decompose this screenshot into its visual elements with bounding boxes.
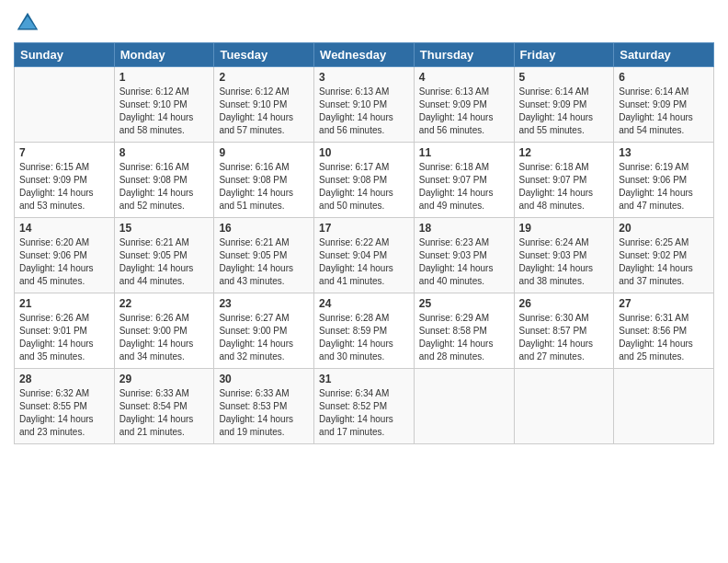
- calendar-cell: 22Sunrise: 6:26 AM Sunset: 9:00 PM Dayli…: [114, 293, 214, 369]
- day-info: Sunrise: 6:12 AM Sunset: 9:10 PM Dayligh…: [119, 86, 210, 137]
- day-number: 10: [319, 146, 409, 159]
- calendar-cell: 5Sunrise: 6:14 AM Sunset: 9:09 PM Daylig…: [514, 67, 614, 143]
- day-info: Sunrise: 6:28 AM Sunset: 8:59 PM Dayligh…: [319, 312, 409, 363]
- day-info: Sunrise: 6:18 AM Sunset: 9:07 PM Dayligh…: [419, 161, 509, 213]
- calendar-cell: 16Sunrise: 6:21 AM Sunset: 9:05 PM Dayli…: [214, 218, 314, 293]
- calendar-cell: 31Sunrise: 6:34 AM Sunset: 8:52 PM Dayli…: [314, 369, 415, 444]
- calendar-cell: 13Sunrise: 6:19 AM Sunset: 9:06 PM Dayli…: [614, 143, 714, 218]
- calendar-cell: 8Sunrise: 6:16 AM Sunset: 9:08 PM Daylig…: [114, 143, 214, 218]
- day-info: Sunrise: 6:14 AM Sunset: 9:09 PM Dayligh…: [619, 86, 709, 137]
- calendar-cell: 29Sunrise: 6:33 AM Sunset: 8:54 PM Dayli…: [114, 369, 214, 444]
- day-info: Sunrise: 6:16 AM Sunset: 9:08 PM Dayligh…: [219, 161, 309, 213]
- calendar-cell: 9Sunrise: 6:16 AM Sunset: 9:08 PM Daylig…: [214, 143, 314, 218]
- calendar-cell: [614, 369, 714, 444]
- calendar-body: 1Sunrise: 6:12 AM Sunset: 9:10 PM Daylig…: [15, 67, 714, 444]
- day-number: 15: [119, 222, 210, 235]
- day-header-saturday: Saturday: [614, 43, 714, 67]
- day-info: Sunrise: 6:33 AM Sunset: 8:53 PM Dayligh…: [219, 387, 309, 439]
- calendar-cell: 10Sunrise: 6:17 AM Sunset: 9:08 PM Dayli…: [314, 143, 415, 218]
- calendar-cell: 24Sunrise: 6:28 AM Sunset: 8:59 PM Dayli…: [314, 293, 415, 369]
- calendar-cell: 4Sunrise: 6:13 AM Sunset: 9:09 PM Daylig…: [414, 67, 514, 143]
- calendar-cell: 2Sunrise: 6:12 AM Sunset: 9:10 PM Daylig…: [214, 67, 314, 143]
- week-row-2: 7Sunrise: 6:15 AM Sunset: 9:09 PM Daylig…: [15, 143, 714, 218]
- calendar-cell: [414, 369, 514, 444]
- day-info: Sunrise: 6:14 AM Sunset: 9:09 PM Dayligh…: [519, 86, 609, 137]
- header-row: SundayMondayTuesdayWednesdayThursdayFrid…: [15, 43, 714, 67]
- day-number: 23: [219, 297, 309, 310]
- day-info: Sunrise: 6:34 AM Sunset: 8:52 PM Dayligh…: [319, 387, 409, 439]
- day-number: 31: [319, 373, 409, 385]
- calendar-cell: 30Sunrise: 6:33 AM Sunset: 8:53 PM Dayli…: [214, 369, 314, 444]
- day-info: Sunrise: 6:13 AM Sunset: 9:09 PM Dayligh…: [419, 86, 509, 137]
- day-info: Sunrise: 6:33 AM Sunset: 8:54 PM Dayligh…: [119, 387, 210, 439]
- day-number: 8: [119, 146, 210, 159]
- calendar-cell: 20Sunrise: 6:25 AM Sunset: 9:02 PM Dayli…: [614, 218, 714, 293]
- day-number: 28: [19, 373, 109, 385]
- calendar-cell: 28Sunrise: 6:32 AM Sunset: 8:55 PM Dayli…: [15, 369, 115, 444]
- main-container: SundayMondayTuesdayWednesdayThursdayFrid…: [0, 0, 728, 454]
- day-number: 18: [419, 222, 509, 235]
- day-info: Sunrise: 6:32 AM Sunset: 8:55 PM Dayligh…: [19, 387, 109, 439]
- day-info: Sunrise: 6:18 AM Sunset: 9:07 PM Dayligh…: [519, 161, 609, 213]
- calendar-cell: 18Sunrise: 6:23 AM Sunset: 9:03 PM Dayli…: [414, 218, 514, 293]
- day-info: Sunrise: 6:21 AM Sunset: 9:05 PM Dayligh…: [219, 236, 309, 288]
- calendar-cell: 14Sunrise: 6:20 AM Sunset: 9:06 PM Dayli…: [15, 218, 115, 293]
- day-number: 3: [319, 71, 409, 84]
- calendar-cell: 23Sunrise: 6:27 AM Sunset: 9:00 PM Dayli…: [214, 293, 314, 369]
- calendar-cell: 7Sunrise: 6:15 AM Sunset: 9:09 PM Daylig…: [15, 143, 115, 218]
- day-info: Sunrise: 6:23 AM Sunset: 9:03 PM Dayligh…: [419, 236, 509, 288]
- calendar-cell: 26Sunrise: 6:30 AM Sunset: 8:57 PM Dayli…: [514, 293, 614, 369]
- day-number: 9: [219, 146, 309, 159]
- calendar-cell: [514, 369, 614, 444]
- day-number: 25: [419, 297, 509, 310]
- day-number: 7: [19, 146, 109, 159]
- day-number: 19: [519, 222, 609, 235]
- day-number: 17: [319, 222, 409, 235]
- day-number: 29: [119, 373, 210, 385]
- day-info: Sunrise: 6:17 AM Sunset: 9:08 PM Dayligh…: [319, 161, 409, 213]
- calendar-cell: 1Sunrise: 6:12 AM Sunset: 9:10 PM Daylig…: [114, 67, 214, 143]
- day-number: 4: [419, 71, 509, 84]
- day-header-sunday: Sunday: [15, 43, 115, 67]
- logo: [14, 9, 45, 37]
- calendar-cell: 27Sunrise: 6:31 AM Sunset: 8:56 PM Dayli…: [614, 293, 714, 369]
- calendar-cell: 11Sunrise: 6:18 AM Sunset: 9:07 PM Dayli…: [414, 143, 514, 218]
- day-number: 2: [219, 71, 309, 84]
- day-info: Sunrise: 6:25 AM Sunset: 9:02 PM Dayligh…: [619, 236, 709, 288]
- day-info: Sunrise: 6:21 AM Sunset: 9:05 PM Dayligh…: [119, 236, 210, 288]
- day-number: 14: [19, 222, 109, 235]
- calendar-cell: 17Sunrise: 6:22 AM Sunset: 9:04 PM Dayli…: [314, 218, 415, 293]
- day-info: Sunrise: 6:26 AM Sunset: 9:01 PM Dayligh…: [19, 312, 109, 363]
- week-row-3: 14Sunrise: 6:20 AM Sunset: 9:06 PM Dayli…: [15, 218, 714, 293]
- calendar-cell: 6Sunrise: 6:14 AM Sunset: 9:09 PM Daylig…: [614, 67, 714, 143]
- calendar-cell: 19Sunrise: 6:24 AM Sunset: 9:03 PM Dayli…: [514, 218, 614, 293]
- calendar-header: SundayMondayTuesdayWednesdayThursdayFrid…: [15, 43, 714, 67]
- day-info: Sunrise: 6:22 AM Sunset: 9:04 PM Dayligh…: [319, 236, 409, 288]
- day-header-friday: Friday: [514, 43, 614, 67]
- day-number: 27: [619, 297, 709, 310]
- day-number: 16: [219, 222, 309, 235]
- day-info: Sunrise: 6:12 AM Sunset: 9:10 PM Dayligh…: [219, 86, 309, 137]
- day-number: 13: [619, 146, 709, 159]
- day-info: Sunrise: 6:27 AM Sunset: 9:00 PM Dayligh…: [219, 312, 309, 363]
- day-number: 11: [419, 146, 509, 159]
- day-number: 6: [619, 71, 709, 84]
- day-header-tuesday: Tuesday: [214, 43, 314, 67]
- day-number: 22: [119, 297, 210, 310]
- calendar-cell: 3Sunrise: 6:13 AM Sunset: 9:10 PM Daylig…: [314, 67, 415, 143]
- week-row-1: 1Sunrise: 6:12 AM Sunset: 9:10 PM Daylig…: [15, 67, 714, 143]
- week-row-4: 21Sunrise: 6:26 AM Sunset: 9:01 PM Dayli…: [15, 293, 714, 369]
- day-info: Sunrise: 6:29 AM Sunset: 8:58 PM Dayligh…: [419, 312, 509, 363]
- day-number: 20: [619, 222, 709, 235]
- day-info: Sunrise: 6:31 AM Sunset: 8:56 PM Dayligh…: [619, 312, 709, 363]
- day-number: 24: [319, 297, 409, 310]
- day-info: Sunrise: 6:15 AM Sunset: 9:09 PM Dayligh…: [19, 161, 109, 213]
- day-info: Sunrise: 6:30 AM Sunset: 8:57 PM Dayligh…: [519, 312, 609, 363]
- calendar-cell: 21Sunrise: 6:26 AM Sunset: 9:01 PM Dayli…: [15, 293, 115, 369]
- day-number: 21: [19, 297, 109, 310]
- day-info: Sunrise: 6:26 AM Sunset: 9:00 PM Dayligh…: [119, 312, 210, 363]
- day-header-wednesday: Wednesday: [314, 43, 415, 67]
- day-info: Sunrise: 6:20 AM Sunset: 9:06 PM Dayligh…: [19, 236, 109, 288]
- logo-icon: [14, 9, 41, 37]
- day-info: Sunrise: 6:24 AM Sunset: 9:03 PM Dayligh…: [519, 236, 609, 288]
